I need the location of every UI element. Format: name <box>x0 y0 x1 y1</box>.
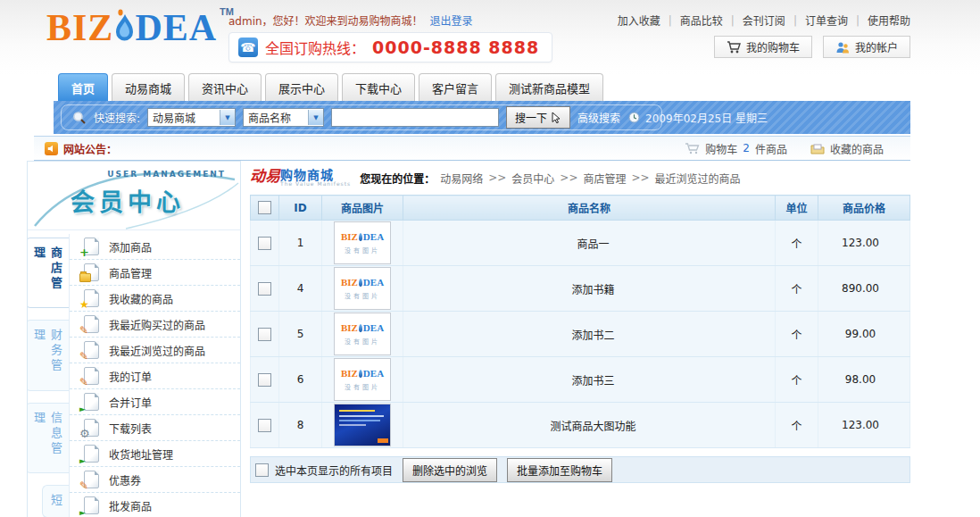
top-link[interactable]: 加入收藏 <box>618 13 660 28</box>
sidebar-item[interactable]: +添加商品 <box>70 234 240 260</box>
hotline-box: ☎ 全国订购热线： 0000-8888 8888 <box>228 32 552 63</box>
doc-star-icon: ★ <box>83 289 99 307</box>
search-input[interactable] <box>331 108 499 127</box>
row-checkbox[interactable] <box>258 237 271 250</box>
placeholder-logo: BIZDEA <box>341 232 384 242</box>
product-image[interactable]: BIZDEA没有图片 <box>334 358 391 401</box>
product-name[interactable]: 测试商品大图功能 <box>550 421 635 433</box>
sidebar-item[interactable]: ✎我的订单 <box>70 363 240 389</box>
doc-edit-icon: ✎ <box>83 367 99 385</box>
sidebar-item[interactable]: ►批发商品 <box>70 493 240 517</box>
product-id: 6 <box>279 357 322 403</box>
doc-arrow-icon: ► <box>83 393 99 411</box>
sidebar-tab[interactable]: 短 <box>42 485 69 517</box>
sidebar-item-label: 收货地址管理 <box>109 446 173 462</box>
clock-icon <box>628 112 640 123</box>
table-header-row: ID 商品图片 商品名称 单位 商品价格 <box>251 196 910 221</box>
sidebar-item[interactable]: 商品管理 <box>70 260 240 286</box>
product-name[interactable]: 添加书籍 <box>571 284 614 296</box>
product-name-cell: 添加书籍 <box>403 266 776 312</box>
nav-tab[interactable]: 首页 <box>58 73 108 101</box>
product-image[interactable]: BIZDEA没有图片 <box>334 267 391 310</box>
top-link[interactable]: 商品比较 <box>680 13 723 28</box>
sidebar-tab[interactable]: 财务管理 <box>27 320 69 390</box>
sidebar-tab[interactable]: 商店管理 <box>27 238 69 308</box>
row-checkbox[interactable] <box>258 373 271 387</box>
product-image-cell: BIZDEA没有图片 <box>322 221 403 266</box>
nav-tab[interactable]: 展示中心 <box>265 73 338 101</box>
nav-tab[interactable]: 资讯中心 <box>188 73 262 101</box>
my-account-button[interactable]: 我的帐户 <box>823 36 910 58</box>
sidebar-item-label: 优惠券 <box>109 472 141 488</box>
sidebar-item[interactable]: ✎我最近购买过的商品 <box>70 312 240 338</box>
search-category-select[interactable]: 动易商城 ▼ <box>147 108 236 127</box>
sidebar-tab[interactable]: 信息管理 <box>27 403 69 473</box>
sidebar-item[interactable]: ✎我最近浏览过的商品 <box>70 338 240 363</box>
search-button[interactable]: 搜一下 <box>506 106 570 129</box>
header-checkbox[interactable] <box>258 201 271 214</box>
breadcrumb-separator: >> <box>488 171 506 184</box>
date-display: 2009年02月25日 星期三 <box>628 110 768 125</box>
cart-summary-suffix: 件商品 <box>755 141 787 156</box>
products-table: ID 商品图片 商品名称 单位 商品价格 1BIZDEA没有图片商品一个123.… <box>250 195 910 448</box>
product-name[interactable]: 添加书三 <box>571 375 614 388</box>
breadcrumb-link[interactable]: 最近浏览过的商品 <box>655 171 741 186</box>
notice-label: 网站公告： <box>63 141 117 156</box>
sidebar-item-label: 我的订单 <box>109 369 152 384</box>
favorites-label: 收藏的商品 <box>830 141 884 156</box>
sidebar-item[interactable]: ✎优惠券 <box>70 467 240 493</box>
favorites-link[interactable]: 收藏的商品 <box>810 141 884 156</box>
advanced-search-link[interactable]: 高级搜索 <box>577 110 620 125</box>
row-checkbox[interactable] <box>258 328 271 341</box>
breadcrumb-link[interactable]: 动易网络 <box>440 171 483 186</box>
placeholder-logo: BIZDEA <box>341 369 384 379</box>
cart-icon <box>727 41 741 54</box>
product-name[interactable]: 商品一 <box>577 238 609 251</box>
brand-part1: 动易 <box>250 169 280 184</box>
product-image[interactable]: BIZDEA没有图片 <box>334 221 391 264</box>
breadcrumb-link[interactable]: 商店管理 <box>583 171 626 186</box>
nav-tab[interactable]: 下载中心 <box>342 73 415 101</box>
product-name[interactable]: 添加书二 <box>571 329 614 342</box>
product-name-cell: 添加书三 <box>403 357 776 403</box>
breadcrumb-link[interactable]: 会员中心 <box>511 171 554 186</box>
my-cart-button[interactable]: 我的购物车 <box>714 36 812 58</box>
col-name: 商品名称 <box>403 196 776 221</box>
top-link[interactable]: 订单查询 <box>805 13 848 28</box>
placeholder-logo: BIZDEA <box>341 278 384 288</box>
sidebar-item[interactable]: ►合并订单 <box>70 389 240 415</box>
product-unit: 个 <box>776 221 818 266</box>
top-link[interactable]: 会刊订阅 <box>743 13 785 28</box>
sidebar-item[interactable]: ★我收藏的商品 <box>70 286 240 312</box>
delete-selected-button[interactable]: 删除选中的浏览 <box>403 458 497 482</box>
row-checkbox[interactable] <box>258 282 271 296</box>
content: 动易 购物商城 The Value Manifests 您现在的位置： 动易网络… <box>250 161 910 483</box>
product-image[interactable]: BIZDEA没有图片 <box>334 313 391 355</box>
search-icon <box>72 111 87 125</box>
site-logo[interactable]: BIZ DEA TM <box>46 9 234 46</box>
logout-link[interactable]: 退出登录 <box>430 15 473 28</box>
sidebar-item[interactable]: ⚙下载列表 <box>70 415 240 441</box>
top-link[interactable]: 使用帮助 <box>868 13 910 28</box>
date-text: 2009年02月25日 星期三 <box>645 110 768 125</box>
search-group: 快速搜索: 动易商城 ▼ 商品名称 ▼ 搜一下 高级搜索 <box>61 104 662 130</box>
search-field-select[interactable]: 商品名称 ▼ <box>243 108 324 127</box>
product-unit: 个 <box>776 266 818 312</box>
batch-add-cart-button[interactable]: 批量添加至购物车 <box>507 458 612 482</box>
nav-tab[interactable]: 动易商城 <box>112 73 185 101</box>
row-checkbox-cell <box>251 312 279 357</box>
sidebar-item-label: 批发商品 <box>109 498 152 513</box>
brand-part2: 购物商城 <box>280 169 351 181</box>
sidebar-header-title: 会员中心 <box>71 183 185 218</box>
nav-tab[interactable]: 测试新商品模型 <box>495 73 603 101</box>
table-row: 6BIZDEA没有图片添加书三个98.00 <box>251 357 910 403</box>
sidebar-item-label: 合并订单 <box>109 395 152 410</box>
placeholder-text: 没有图片 <box>345 382 380 391</box>
row-checkbox[interactable] <box>258 419 271 432</box>
select-all-checkbox[interactable] <box>255 463 269 477</box>
sidebar-item[interactable]: ►收货地址管理 <box>70 441 240 467</box>
product-image[interactable] <box>334 404 391 446</box>
doc-arrow-icon: ► <box>83 496 99 514</box>
nav-tab[interactable]: 客户留言 <box>419 73 492 101</box>
cart-summary-link[interactable]: 购物车2件商品 <box>685 141 787 156</box>
